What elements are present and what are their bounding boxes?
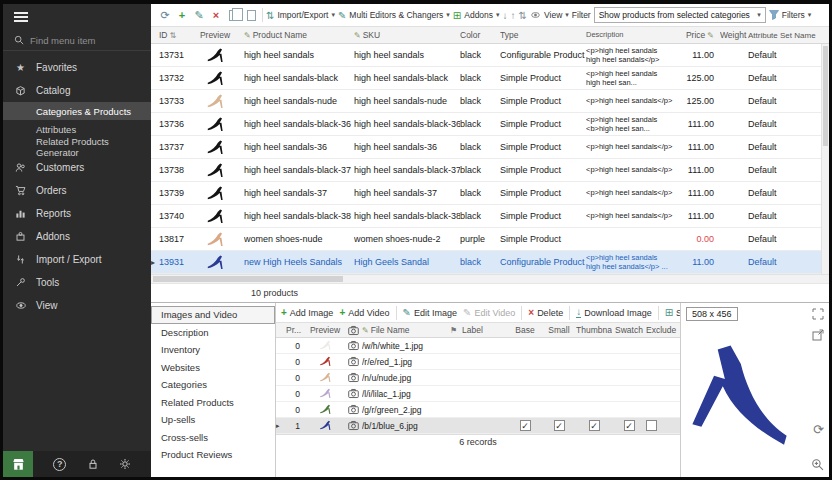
vertical-scrollbar[interactable] — [821, 44, 829, 274]
pos-button[interactable] — [3, 451, 33, 477]
column-header-product-name[interactable]: ✎Product Name — [244, 30, 354, 40]
row-expander-icon[interactable]: ▸ — [151, 258, 155, 267]
sidebar-item-related-products-generator[interactable]: Related Products Generator — [3, 138, 151, 156]
small-checkbox[interactable]: ✓ — [554, 420, 565, 431]
delete-image-button[interactable]: ×Delete — [528, 307, 563, 318]
tab-websites[interactable]: Websites — [151, 359, 275, 377]
rotate-icon[interactable]: ⟳ — [813, 422, 824, 437]
column-header-weight[interactable]: Weight — [720, 30, 748, 40]
edit-video-button[interactable]: ✎Edit Video — [463, 307, 515, 318]
edit-product-button[interactable]: ✎ — [192, 9, 206, 22]
column-header-label[interactable]: Label — [462, 325, 508, 335]
image-row[interactable]: 0 /l/i/lilac_1.jpg — [276, 386, 680, 402]
edit-image-button[interactable]: ✎Edit Image — [403, 307, 457, 318]
column-header-base[interactable]: Base — [508, 325, 542, 335]
column-header-priority[interactable]: Pr... — [286, 325, 306, 335]
filter-label: Filter — [572, 10, 591, 20]
column-header-exclude[interactable]: Exclude — [646, 325, 680, 335]
copy-button[interactable] — [229, 10, 238, 21]
column-header-file-name[interactable]: ✎File Name — [362, 325, 450, 335]
sidebar-item-reports[interactable]: Reports — [3, 202, 151, 225]
lock-icon[interactable] — [87, 458, 99, 470]
set-resize-rule-button[interactable]: ⊞Set Resize Rule▾ — [665, 307, 680, 318]
image-row[interactable]: 0 /n/u/nude.jpg — [276, 370, 680, 386]
filters-menu[interactable]: Filters ▾ — [769, 10, 812, 20]
fullscreen-icon[interactable] — [812, 308, 824, 320]
product-row[interactable]: 13740 high heel sandals-black-38high hee… — [151, 205, 829, 228]
catalog-icon — [14, 85, 27, 96]
add-product-button[interactable]: + — [175, 9, 189, 21]
tab-categories[interactable]: Categories — [151, 376, 275, 394]
product-row[interactable]: 13731 high heel sandalshigh heel sandals… — [151, 44, 829, 67]
sort-reset-button[interactable]: ⇅ — [519, 10, 527, 21]
product-row[interactable]: 13732 high heel sandals-blackhigh heel s… — [151, 67, 829, 90]
column-header-attribute-set[interactable]: Attribute Set Name — [748, 31, 829, 40]
column-header-sku[interactable]: ✎SKU — [354, 30, 460, 40]
sidebar-item-tools[interactable]: Tools — [3, 271, 151, 294]
product-row[interactable]: 13739 high heel sandals-37high heel sand… — [151, 182, 829, 205]
delete-product-button[interactable]: × — [209, 9, 223, 21]
zoom-icon[interactable] — [811, 458, 824, 471]
download-image-button[interactable]: ↓Download Image — [576, 307, 652, 318]
scrollbar-thumb[interactable] — [153, 276, 343, 282]
product-row[interactable]: 13817 women shoes-nudewomen shoes-nude-2… — [151, 228, 829, 251]
base-checkbox[interactable]: ✓ — [520, 420, 531, 431]
product-row-selected[interactable]: ▸ 13931 new High Heels SandalsHigh Geels… — [151, 251, 829, 274]
sidebar-item-view[interactable]: View — [3, 294, 151, 317]
add-image-button[interactable]: +Add Image — [281, 307, 333, 318]
product-row[interactable]: 13737 high heel sandals-36high heel sand… — [151, 136, 829, 159]
add-video-button[interactable]: +Add Video — [339, 307, 389, 318]
column-header-swatch[interactable]: Swatch — [612, 325, 646, 335]
tab-images-and-video[interactable]: Images and Video — [151, 306, 275, 324]
import-export-menu[interactable]: ⇅ Import/Export ▾ — [266, 10, 335, 21]
paste-button[interactable] — [247, 10, 256, 21]
column-header-price[interactable]: Price✎ — [676, 30, 720, 40]
tab-related-products[interactable]: Related Products — [151, 394, 275, 412]
column-header-description[interactable]: Description — [586, 30, 676, 39]
sidebar-item-import-export[interactable]: Import / Export — [3, 248, 151, 271]
category-filter-select[interactable]: Show products from selected categories ▾ — [594, 7, 766, 23]
sidebar-item-categories-products[interactable]: Categories & Products — [3, 102, 151, 120]
row-expander-icon[interactable]: ▸ — [276, 422, 280, 429]
product-row[interactable]: 13733 high heel sandals-nudehigh heel sa… — [151, 90, 829, 113]
image-row[interactable]: 0 /r/e/red_1.jpg — [276, 354, 680, 370]
tab-description[interactable]: Description — [151, 324, 275, 342]
sidebar-item-catalog[interactable]: Catalog — [3, 79, 151, 102]
menu-toggle-button[interactable] — [3, 4, 151, 30]
gear-icon[interactable] — [119, 458, 131, 470]
product-row[interactable]: 13736 high heel sandals-black-36high hee… — [151, 113, 829, 136]
tab-inventory[interactable]: Inventory — [151, 341, 275, 359]
product-row[interactable]: 13738 high heel sandals-black-37high hee… — [151, 159, 829, 182]
view-menu[interactable]: View ▾ — [530, 10, 569, 20]
column-header-type[interactable]: Type — [500, 30, 586, 40]
sidebar-item-addons[interactable]: Addons — [3, 225, 151, 248]
sidebar-item-customers[interactable]: Customers — [3, 156, 151, 179]
refresh-button[interactable]: ⟳ — [158, 9, 172, 22]
horizontal-scrollbar[interactable] — [151, 274, 829, 283]
help-button[interactable]: ? — [53, 458, 66, 471]
column-header-id[interactable]: ID⇅ — [159, 30, 189, 40]
swatch-checkbox[interactable]: ✓ — [624, 420, 635, 431]
image-row[interactable]: 0 /g/r/green_2.jpg — [276, 402, 680, 418]
tab-product-reviews[interactable]: Product Reviews — [151, 446, 275, 464]
sort-ascending-button[interactable]: ↓ — [503, 10, 508, 21]
image-row[interactable]: 0 /w/h/white_1.jpg — [276, 338, 680, 354]
sort-descending-button[interactable]: ↑ — [511, 10, 516, 21]
tab-cross-sells[interactable]: Cross-sells — [151, 429, 275, 447]
exclude-checkbox[interactable] — [646, 420, 657, 431]
column-header-thumbnail[interactable]: Thumbna — [576, 325, 612, 335]
sidebar-item-orders[interactable]: Orders — [3, 179, 151, 202]
open-external-icon[interactable] — [812, 329, 824, 341]
scrollbar-thumb[interactable] — [823, 46, 828, 146]
thumbnail-checkbox[interactable]: ✓ — [589, 420, 600, 431]
addons-menu[interactable]: ⊞ Addons ▾ — [453, 10, 500, 21]
column-header-preview[interactable]: Preview — [306, 325, 344, 335]
sidebar-search-input[interactable]: Find menu item — [3, 30, 151, 51]
column-header-small[interactable]: Small — [542, 325, 576, 335]
sidebar-item-favorites[interactable]: ★ Favorites — [3, 56, 151, 79]
multi-editors-menu[interactable]: ✎ Multi Editors & Changers ▾ — [338, 10, 450, 21]
column-header-color[interactable]: Color — [460, 30, 500, 40]
tab-up-sells[interactable]: Up-sells — [151, 411, 275, 429]
image-row-selected[interactable]: ▸ 1 /b/1/blue_6.jpg ✓ ✓ ✓ ✓ — [276, 418, 680, 434]
column-header-preview[interactable]: Preview — [189, 30, 244, 40]
